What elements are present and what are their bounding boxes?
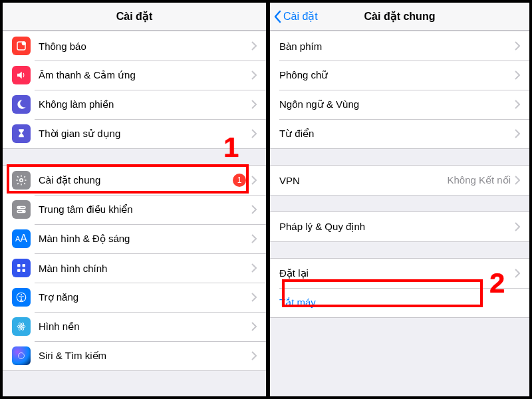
siri-icon [12,346,31,365]
row-sounds[interactable]: Âm thanh & Cảm ứng [3,61,266,90]
back-label: Cài đặt [283,10,318,23]
accessibility-icon [12,288,31,307]
group-input: Bàn phím Phông chữ Ngôn ngữ & Vùng Từ đi… [270,31,529,149]
general-list[interactable]: Bàn phím Phông chữ Ngôn ngữ & Vùng Từ đi… [270,31,529,396]
settings-list[interactable]: Thông báo Âm thanh & Cảm ứng Không làm p… [3,31,266,396]
row-label: Phông chữ [279,69,515,81]
row-language[interactable]: Ngôn ngữ & Vùng [270,90,529,119]
row-fonts[interactable]: Phông chữ [270,61,529,90]
row-keyboard[interactable]: Bàn phím [270,31,529,61]
row-dnd[interactable]: Không làm phiền [3,90,266,119]
grid-icon [12,259,31,277]
row-label: Cài đặt chung [39,174,233,186]
row-label: Siri & Tìm kiếm [39,350,251,362]
chevron-right-icon [515,41,520,51]
tutorial-frame: Cài đặt Thông báo Âm thanh & Cảm ứng [3,3,529,396]
row-notifications[interactable]: Thông báo [3,31,266,61]
svg-rect-7 [17,264,21,267]
svg-point-12 [21,294,22,295]
row-accessibility[interactable]: Trợ năng [3,283,266,312]
chevron-right-icon [515,222,520,231]
row-label: Từ điển [279,128,515,140]
svg-point-1 [22,41,26,45]
svg-rect-10 [23,269,26,273]
row-label: Âm thanh & Cảm ứng [39,69,251,81]
svg-rect-9 [17,269,21,273]
notification-badge: 1 [233,174,246,187]
row-label: Ngôn ngữ & Vùng [279,98,515,110]
annotation-number-2: 2 [489,267,505,299]
row-controlcenter[interactable]: Trung tâm điều khiển [3,195,266,224]
chevron-right-icon [251,293,257,302]
row-wallpaper[interactable]: Hình nền [3,312,266,341]
row-label: Màn hình & Độ sáng [39,233,251,245]
chevron-right-icon [251,100,257,109]
row-vpn[interactable]: VPN Không Kết nối [270,166,529,195]
navbar-left: Cài đặt [3,3,266,31]
switches-icon [12,200,31,219]
row-label: Pháp lý & Quy định [279,221,515,233]
back-button[interactable]: Cài đặt [273,3,318,30]
svg-point-6 [23,211,24,212]
chevron-right-icon [251,263,257,273]
chevron-right-icon [251,322,257,331]
group-legal: Pháp lý & Quy định [270,211,529,242]
row-label: Màn hình chính [39,263,251,274]
notification-icon [12,37,31,55]
chevron-right-icon [251,129,257,138]
row-label: Bàn phím [279,41,515,52]
chevron-right-icon [515,129,520,138]
row-general[interactable]: Cài đặt chung 1 [3,166,266,195]
text-size-icon: AA [12,229,31,248]
row-display[interactable]: AA Màn hình & Độ sáng [3,224,266,253]
svg-point-5 [19,207,20,208]
chevron-right-icon [515,176,520,185]
chevron-right-icon [251,70,257,80]
row-legal[interactable]: Pháp lý & Quy định [270,212,529,241]
page-title: Cài đặt chung [364,10,436,23]
row-siri[interactable]: Siri & Tìm kiếm [3,341,266,370]
hourglass-icon [12,124,31,143]
row-homescreen[interactable]: Màn hình chính [3,253,266,283]
gear-icon [12,171,31,190]
wallpaper-icon [12,317,31,336]
row-label: Trung tâm điều khiển [39,203,251,215]
vpn-status: Không Kết nối [447,174,511,186]
group-gap [270,149,529,165]
row-label: Hình nền [39,321,251,332]
annotation-number-1: 1 [223,132,239,164]
chevron-right-icon [251,234,257,243]
row-label: Không làm phiền [39,98,251,110]
chevron-right-icon [515,269,520,278]
chevron-right-icon [515,70,520,80]
group-vpn: VPN Không Kết nối [270,165,529,196]
chevron-right-icon [251,41,257,51]
group-gap [270,242,529,258]
row-label: Thời gian sử dụng [39,128,251,140]
row-label: Thông báo [39,41,251,52]
chevron-right-icon [251,176,257,185]
group-general: Cài đặt chung 1 Trung tâm điều khiển AA … [3,165,266,371]
row-label: Tắt máy [279,297,520,309]
moon-icon [12,95,31,114]
row-label: VPN [279,175,447,186]
svg-rect-8 [23,264,26,267]
row-label: Trợ năng [39,291,251,303]
page-title: Cài đặt [116,10,152,23]
chevron-right-icon [251,205,257,214]
group-gap [270,196,529,211]
chevron-right-icon [251,351,257,360]
general-pane: Cài đặt Cài đặt chung Bàn phím Phông chữ… [266,3,529,396]
row-label: Đặt lại [279,267,515,279]
svg-point-17 [19,353,25,359]
navbar-right: Cài đặt Cài đặt chung [270,3,529,31]
sound-icon [12,66,31,84]
svg-point-2 [20,179,23,182]
settings-pane: Cài đặt Thông báo Âm thanh & Cảm ứng [3,3,266,396]
row-dictionary[interactable]: Từ điển [270,119,529,148]
chevron-right-icon [515,100,520,109]
svg-point-13 [21,326,23,328]
